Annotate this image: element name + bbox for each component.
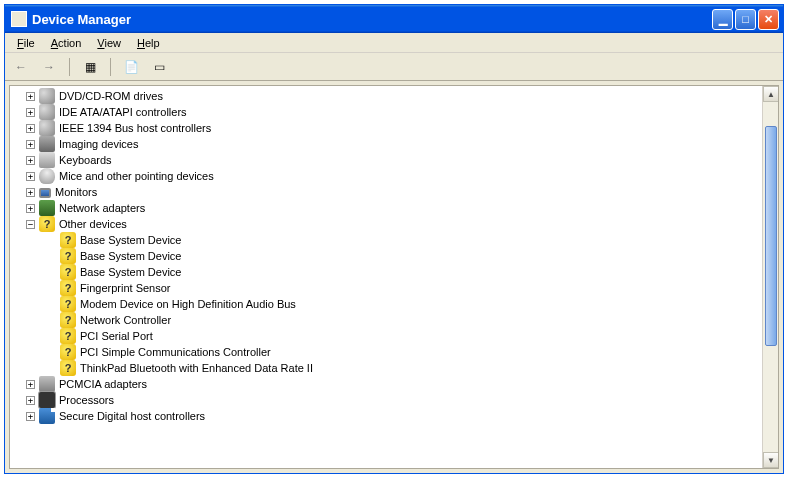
- window-title: Device Manager: [32, 12, 712, 27]
- tree-category[interactable]: −Other devices: [10, 216, 762, 232]
- window-frame: Device Manager ▁ □ ✕ File Action View He…: [4, 4, 784, 474]
- tree-category[interactable]: +Keyboards: [10, 152, 762, 168]
- unknown-icon: [60, 232, 76, 248]
- device-icon: [39, 120, 55, 136]
- device-label: Fingerprint Sensor: [80, 280, 171, 296]
- device-icon: [39, 88, 55, 104]
- unknown-icon: [60, 360, 76, 376]
- device-label: Base System Device: [80, 264, 181, 280]
- network-icon: [39, 200, 55, 216]
- titlebar: Device Manager ▁ □ ✕: [5, 5, 783, 33]
- close-button[interactable]: ✕: [758, 9, 779, 30]
- tree-category[interactable]: +IDE ATA/ATAPI controllers: [10, 104, 762, 120]
- expand-icon[interactable]: +: [26, 92, 35, 101]
- expand-icon[interactable]: +: [26, 108, 35, 117]
- menu-file[interactable]: File: [9, 35, 43, 51]
- menu-action[interactable]: Action: [43, 35, 90, 51]
- tree-device[interactable]: Network Controller: [10, 312, 762, 328]
- category-label: Imaging devices: [59, 136, 139, 152]
- tree-category[interactable]: +Monitors: [10, 184, 762, 200]
- properties-button[interactable]: 📄: [121, 57, 141, 77]
- tree-category[interactable]: +DVD/CD-ROM drives: [10, 88, 762, 104]
- unknown-icon: [60, 328, 76, 344]
- tree-category[interactable]: +IEEE 1394 Bus host controllers: [10, 120, 762, 136]
- expand-icon[interactable]: +: [26, 396, 35, 405]
- device-label: ThinkPad Bluetooth with Enhanced Data Ra…: [80, 360, 313, 376]
- unknown-icon: [60, 280, 76, 296]
- expand-icon[interactable]: +: [26, 140, 35, 149]
- mouse-icon: [39, 168, 55, 184]
- tree-device[interactable]: Base System Device: [10, 264, 762, 280]
- tree-device[interactable]: Modem Device on High Definition Audio Bu…: [10, 296, 762, 312]
- unknown-icon: [60, 296, 76, 312]
- category-label: Network adapters: [59, 200, 145, 216]
- unknown-icon: [60, 344, 76, 360]
- category-label: IDE ATA/ATAPI controllers: [59, 104, 187, 120]
- cpu-icon: [39, 392, 55, 408]
- back-button: ←: [11, 57, 31, 77]
- expand-icon[interactable]: +: [26, 380, 35, 389]
- category-label: IEEE 1394 Bus host controllers: [59, 120, 211, 136]
- pcmcia-icon: [39, 376, 55, 392]
- unknown-icon: [60, 248, 76, 264]
- toolbar-separator: [69, 58, 70, 76]
- scroll-down-button[interactable]: ▼: [763, 452, 779, 468]
- tree-category[interactable]: +Mice and other pointing devices: [10, 168, 762, 184]
- expand-icon[interactable]: +: [26, 204, 35, 213]
- forward-button: →: [39, 57, 59, 77]
- tree-device[interactable]: PCI Simple Communications Controller: [10, 344, 762, 360]
- device-label: PCI Serial Port: [80, 328, 153, 344]
- category-label: Processors: [59, 392, 114, 408]
- device-label: Network Controller: [80, 312, 171, 328]
- device-label: Modem Device on High Definition Audio Bu…: [80, 296, 296, 312]
- unknown-icon: [60, 312, 76, 328]
- scan-hardware-button[interactable]: ▭: [149, 57, 169, 77]
- category-label: Keyboards: [59, 152, 112, 168]
- device-label: Base System Device: [80, 248, 181, 264]
- imaging-icon: [39, 136, 55, 152]
- category-label: Secure Digital host controllers: [59, 408, 205, 424]
- minimize-button[interactable]: ▁: [712, 9, 733, 30]
- vertical-scrollbar[interactable]: ▲ ▼: [762, 86, 778, 468]
- scroll-up-button[interactable]: ▲: [763, 86, 779, 102]
- show-hide-console-button[interactable]: ▦: [80, 57, 100, 77]
- maximize-button[interactable]: □: [735, 9, 756, 30]
- category-label: Mice and other pointing devices: [59, 168, 214, 184]
- tree-device[interactable]: Base System Device: [10, 248, 762, 264]
- content-area: +DVD/CD-ROM drives+IDE ATA/ATAPI control…: [9, 85, 779, 469]
- window-buttons: ▁ □ ✕: [712, 9, 779, 30]
- device-tree[interactable]: +DVD/CD-ROM drives+IDE ATA/ATAPI control…: [10, 86, 762, 468]
- app-icon: [11, 11, 27, 27]
- tree-device[interactable]: Fingerprint Sensor: [10, 280, 762, 296]
- menubar: File Action View Help: [5, 33, 783, 53]
- expand-icon[interactable]: +: [26, 172, 35, 181]
- menu-help[interactable]: Help: [129, 35, 168, 51]
- collapse-icon[interactable]: −: [26, 220, 35, 229]
- device-icon: [39, 104, 55, 120]
- unknown-icon: [60, 264, 76, 280]
- tree-category[interactable]: +Secure Digital host controllers: [10, 408, 762, 424]
- device-label: Base System Device: [80, 232, 181, 248]
- expand-icon[interactable]: +: [26, 156, 35, 165]
- tree-category[interactable]: +Imaging devices: [10, 136, 762, 152]
- tree-category[interactable]: +Network adapters: [10, 200, 762, 216]
- expand-icon[interactable]: +: [26, 124, 35, 133]
- tree-device[interactable]: Base System Device: [10, 232, 762, 248]
- device-label: PCI Simple Communications Controller: [80, 344, 271, 360]
- menu-view[interactable]: View: [89, 35, 129, 51]
- category-label: PCMCIA adapters: [59, 376, 147, 392]
- scroll-thumb[interactable]: [765, 126, 777, 346]
- sd-icon: [39, 408, 55, 424]
- tree-category[interactable]: +Processors: [10, 392, 762, 408]
- unknown-icon: [39, 216, 55, 232]
- toolbar-separator: [110, 58, 111, 76]
- keyboard-icon: [39, 152, 55, 168]
- expand-icon[interactable]: +: [26, 188, 35, 197]
- expand-icon[interactable]: +: [26, 412, 35, 421]
- tree-device[interactable]: PCI Serial Port: [10, 328, 762, 344]
- category-label: Other devices: [59, 216, 127, 232]
- category-label: Monitors: [55, 184, 97, 200]
- tree-category[interactable]: +PCMCIA adapters: [10, 376, 762, 392]
- tree-device[interactable]: ThinkPad Bluetooth with Enhanced Data Ra…: [10, 360, 762, 376]
- category-label: DVD/CD-ROM drives: [59, 88, 163, 104]
